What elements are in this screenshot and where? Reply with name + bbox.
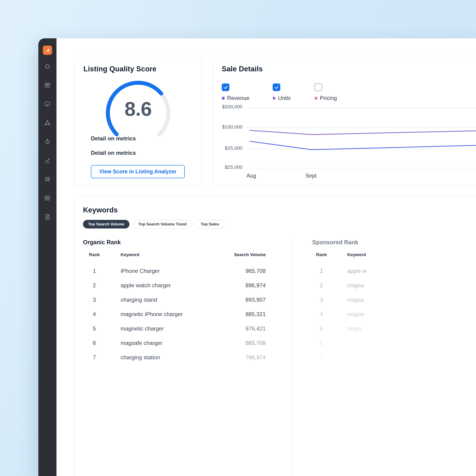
keyword-cell: charging stand	[105, 297, 217, 303]
table-row: 7 charging station 796,974	[84, 350, 266, 365]
rank-cell: 4	[312, 311, 331, 318]
search-volume-cell: 865,708	[217, 340, 266, 346]
check-icon	[223, 85, 228, 90]
apps-icon	[44, 176, 51, 183]
rank-cell: 5	[312, 325, 331, 332]
keyword-cell: charging station	[105, 354, 217, 361]
pricing-checkbox[interactable]	[314, 84, 322, 91]
keyword-cell: iPhone Charger	[105, 268, 217, 274]
app-window: $	[38, 38, 476, 476]
sidebar-item-home[interactable]	[43, 62, 52, 71]
legend-label: Pricing	[320, 95, 337, 101]
sponsored-rank-heading: Sponsored Rank	[312, 239, 358, 246]
document-icon	[44, 214, 51, 220]
rank-cell: 3	[84, 297, 105, 303]
rank-cell: 6	[84, 340, 105, 346]
table-row: 1 iPhone Charger 965,708	[84, 264, 266, 278]
keyword-cell: magn	[331, 325, 442, 332]
keyword-cell: magsa	[331, 297, 442, 303]
search-volume-cell: 896,974	[217, 282, 266, 289]
units-dot	[273, 97, 276, 100]
series-line-revenue	[250, 141, 476, 150]
tab-top-search-volume-trend[interactable]: Top Search Volume Trend	[133, 220, 192, 228]
y-axis-label: $25,000	[218, 145, 242, 151]
y-axis-label: $100,000	[218, 124, 242, 130]
sidebar-item-list[interactable]	[43, 193, 52, 203]
table-row: 3 magsa	[312, 293, 442, 307]
table-row: 7	[312, 350, 442, 365]
legend-label: Units	[278, 95, 291, 101]
y-axis-label: $200,000	[218, 104, 242, 109]
keyword-column-header: Keyword	[105, 252, 217, 257]
analytics-icon	[44, 157, 51, 164]
table-row: 2 apple watch charger 896,974	[84, 278, 266, 293]
card-title: Listing Quality Score	[84, 65, 156, 73]
sidebar-item-network[interactable]	[43, 118, 52, 127]
card-title: Keywords	[83, 206, 118, 214]
legend-label: Revenue	[227, 95, 249, 101]
metric-detail-line: Detail on metrics	[91, 135, 136, 142]
section-divider	[292, 237, 292, 476]
money-bag-icon: $	[44, 138, 51, 145]
table-header: Rank Keyword	[312, 250, 442, 260]
search-volume-cell: 796,974	[217, 354, 266, 361]
organic-rank-table: Rank Keyword Search Volume 1 iPhone Char…	[84, 250, 266, 260]
sidebar-item-finance[interactable]: $	[43, 137, 52, 146]
listing-quality-score-card: Listing Quality Score 8.6 Detail on metr…	[74, 56, 202, 186]
sponsored-rank-table: Rank Keyword 1 apple w 2 magsa 3 magsa 4…	[312, 250, 442, 260]
view-score-button[interactable]: View Score in Listing Analyzer	[91, 165, 185, 178]
legend-item-units: Units	[273, 84, 291, 101]
table-row: 1 apple w	[312, 264, 442, 278]
app-logo[interactable]	[43, 46, 52, 55]
rank-column-header: Rank	[84, 252, 105, 257]
sidebar-item-analytics[interactable]	[43, 156, 52, 165]
rank-cell: 1	[312, 268, 331, 274]
table-row: 5 magnetic charger 876,421	[84, 322, 266, 336]
sponsored-rows: 1 apple w 2 magsa 3 magsa 4 magne 5 magn…	[312, 264, 442, 365]
tab-top-sales[interactable]: Top Sales	[195, 220, 224, 228]
sidebar-item-apps[interactable]	[43, 174, 52, 184]
card-title: Sale Details	[222, 65, 263, 73]
pricing-dot	[314, 97, 318, 100]
rank-cell: 4	[84, 311, 105, 318]
monitor-icon	[44, 101, 51, 107]
network-icon	[44, 119, 51, 126]
search-volume-cell: 893,907	[217, 297, 266, 303]
sidebar-item-document[interactable]	[43, 212, 52, 221]
table-row: 4 magne	[312, 307, 442, 322]
sidebar-nav: $	[43, 62, 52, 221]
x-axis-label: Sept	[306, 173, 316, 179]
list-icon	[44, 195, 51, 201]
sidebar-item-display[interactable]	[43, 99, 52, 109]
units-checkbox[interactable]	[273, 84, 280, 91]
table-row: 4 magnetic iPhone charger 885,321	[84, 307, 266, 322]
x-axis-label: Aug	[247, 173, 256, 179]
tab-top-search-volume[interactable]: Top Search Volume	[83, 220, 129, 228]
keyword-cell: magnetic iPhone charger	[105, 311, 217, 318]
table-header: Rank Keyword Search Volume	[84, 250, 266, 260]
keyword-cell: apple w	[331, 268, 442, 274]
rank-column-header: Rank	[312, 252, 331, 257]
table-row: 2 magsa	[312, 278, 442, 293]
search-volume-column-header: Search Volume	[217, 252, 266, 257]
y-axis-label: $25,000	[218, 164, 242, 170]
search-volume-cell: 885,321	[217, 311, 266, 318]
table-row: 5 magn	[312, 322, 442, 336]
sidebar: $	[38, 38, 56, 476]
organic-rows: 1 iPhone Charger 965,708 2 apple watch c…	[84, 264, 266, 365]
score-gauge: 8.6	[103, 79, 173, 142]
sidebar-item-research[interactable]	[43, 80, 52, 90]
search-volume-cell: 965,708	[217, 268, 266, 274]
revenue-checkbox[interactable]	[222, 84, 229, 91]
keyword-cell: magne	[331, 311, 442, 318]
check-icon	[274, 85, 279, 90]
calendar-search-icon	[44, 82, 51, 88]
rank-cell: 6	[312, 340, 331, 346]
rank-cell: 7	[312, 354, 331, 361]
rank-cell: 3	[312, 297, 331, 303]
quality-score-value: 8.6	[103, 97, 173, 120]
logo-icon	[44, 47, 51, 54]
sales-line-chart	[247, 102, 476, 179]
legend-item-pricing: Pricing	[314, 84, 337, 101]
keyword-cell: magnetic charger	[105, 325, 217, 332]
